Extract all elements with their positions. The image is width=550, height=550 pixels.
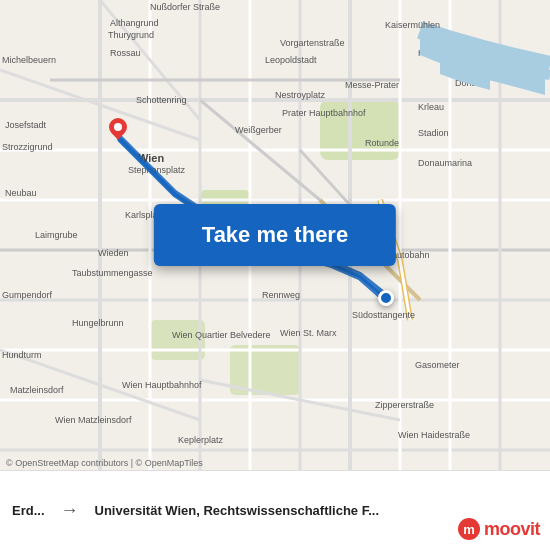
map-label: Gumpendorf <box>2 290 52 300</box>
map-container: Nußdorfer Straße Althangrund Thurygrund … <box>0 0 550 470</box>
map-label: Wieden <box>98 248 129 258</box>
map-label: Wien Matzleinsdorf <box>55 415 132 425</box>
map-label: Südosttangente <box>352 310 415 320</box>
arrow-icon: → <box>61 500 79 521</box>
destination-marker <box>378 290 394 306</box>
map-label-wien: Wien <box>138 152 164 164</box>
map-label: Gasometer <box>415 360 460 370</box>
map-label: Hungelbrunn <box>72 318 124 328</box>
map-label: Handelskai <box>418 48 463 58</box>
map-label: Strozzigrund <box>2 142 53 152</box>
map-label: Krleau <box>418 102 444 112</box>
origin-station: Erd... <box>12 503 45 518</box>
map-label: Wien St. Marx <box>280 328 337 338</box>
map-label: Kaisermühlen <box>385 20 440 30</box>
map-label: Leopoldstadt <box>265 55 317 65</box>
map-label: Rennweg <box>262 290 300 300</box>
map-label: Stadion <box>418 128 449 138</box>
map-label: Thurygrund <box>108 30 154 40</box>
take-me-there-button[interactable]: Take me there <box>154 204 396 266</box>
map-label: Rossau <box>110 48 141 58</box>
moovit-icon-letter: m <box>463 522 475 537</box>
map-attribution: © OpenStreetMap contributors | © OpenMap… <box>6 458 203 468</box>
map-label: Wien Quartier Belvedere <box>172 330 271 340</box>
origin-marker <box>108 118 128 146</box>
map-label: Stephansplatz <box>128 165 185 175</box>
map-label: Vorgartenstraße <box>280 38 345 48</box>
map-label: Nestroyplatz <box>275 90 325 100</box>
map-label: Schottenring <box>136 95 187 105</box>
map-label: Donau <box>455 78 482 88</box>
dest-station-name: Universität Wien, Rechtswissenschaftlich… <box>95 503 380 518</box>
origin-station-name: Erd... <box>12 503 45 518</box>
map-label: Messe-Prater <box>345 80 399 90</box>
bottom-bar: Erd... → Universität Wien, Rechtswissens… <box>0 470 550 550</box>
dest-station: Universität Wien, Rechtswissenschaftlich… <box>95 503 380 518</box>
map-label: Wien Hauptbahnhof <box>122 380 202 390</box>
map-label: Weißgerber <box>235 125 282 135</box>
map-label: Zippererstraße <box>375 400 434 410</box>
map-label: Prater Hauptbahnhof <box>282 108 366 118</box>
map-label: Keplerplatz <box>178 435 223 445</box>
map-label: Matzleinsdorf <box>10 385 64 395</box>
map-label: Rotunde <box>365 138 399 148</box>
map-label: Donaumarina <box>418 158 472 168</box>
moovit-icon: m <box>458 518 480 540</box>
map-label: Nußdorfer Straße <box>150 2 220 12</box>
moovit-logo: m moovit <box>458 518 540 540</box>
moovit-text: moovit <box>484 519 540 540</box>
map-label: Josefstadt <box>5 120 46 130</box>
map-label: Althangrund <box>110 18 159 28</box>
map-label: Neubau <box>5 188 37 198</box>
map-label: Michelbeuern <box>2 55 56 65</box>
map-label: Wien Haidestraße <box>398 430 470 440</box>
map-label: Taubstummengasse <box>72 268 153 278</box>
map-label: Laimgrube <box>35 230 78 240</box>
map-label: Hundturm <box>2 350 42 360</box>
